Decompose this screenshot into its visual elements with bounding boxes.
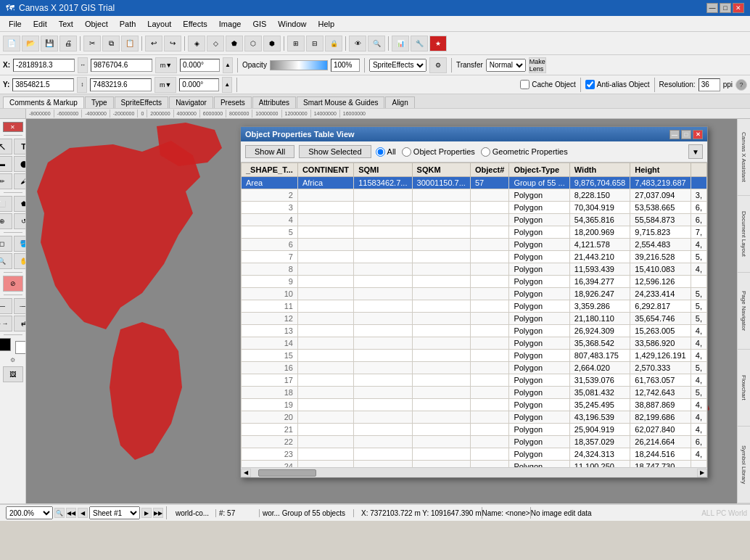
menu-object[interactable]: Object [79,18,114,30]
tab-spriteeffects[interactable]: SpriteEffects [115,96,169,108]
x-input[interactable] [13,59,75,72]
dialog-title-bar[interactable]: Object Properties Table View — □ ✕ [241,127,707,141]
no-tool[interactable]: ⊘ [3,276,23,292]
table-row[interactable]: 11Polygon3,359.2866,292.8175, [242,300,707,313]
radio-geometric-input[interactable] [481,147,490,157]
tb-extra[interactable]: ★ [429,36,447,52]
polygon-tool[interactable]: ⬟ [14,196,27,212]
tb-zoom[interactable]: 🔍 [368,36,385,52]
tb-chart[interactable]: 📊 [392,36,409,52]
tab-smartmouse[interactable]: Smart Mouse & Guides [297,96,384,108]
tb-redo[interactable]: ↪ [164,36,181,52]
bg-color[interactable] [15,341,27,354]
tb-save[interactable]: 💾 [41,36,58,52]
y-input[interactable] [12,78,74,91]
x-arrow[interactable]: ↔ [78,57,88,73]
tab-type[interactable]: Type [85,96,114,108]
prev-sheet[interactable]: ◀ [78,508,88,518]
tb-open[interactable]: 📂 [22,36,39,52]
close-button[interactable]: ✕ [733,3,744,13]
hand-tool[interactable]: ✋ [14,253,27,269]
table-row[interactable]: 19Polygon35,245.49538,887.8694, [242,399,707,411]
text-tool[interactable]: T [14,139,27,155]
lasso-tool[interactable]: ⬜ [0,196,12,212]
canvas-area[interactable]: Object Properties Table View — □ ✕ Show … [26,119,737,503]
arrow-tool1[interactable]: ←→ [0,316,12,332]
radio-object-input[interactable] [402,147,411,157]
next-page[interactable]: ▶▶ [153,508,163,518]
ellipse-tool[interactable]: ⬤ [14,156,27,172]
opacity-input[interactable] [331,59,360,72]
minimize-button[interactable]: — [706,3,718,13]
tb-shape3[interactable]: ⬟ [226,36,243,52]
tb-undo[interactable]: ↩ [145,36,162,52]
fg-color[interactable] [0,338,11,351]
table-row[interactable]: 2Polygon8,228.15027,037.0943, [242,189,707,202]
tb-copy[interactable]: ⧉ [102,36,120,52]
show-selected-button[interactable]: Show Selected [299,145,371,158]
unit-selector2[interactable]: m▼ [154,77,176,93]
tb-shape4[interactable]: ⬡ [244,36,262,52]
panel-symbol-library[interactable]: Symbol Library [738,427,750,503]
antialias-checkbox[interactable] [585,80,595,89]
tb-tools[interactable]: 🔧 [411,36,428,52]
tab-attributes[interactable]: Attributes [252,96,296,108]
maximize-button[interactable]: □ [720,3,731,13]
table-container[interactable]: _SHAPE_T... CONTINENT SQMI SQKM Object# … [241,162,707,467]
hscroll-thumb[interactable] [258,469,316,477]
sheet-select[interactable]: Sheet #1 [89,506,140,519]
radio-geometric[interactable]: Geometric Properties [481,147,568,157]
col-sqkm[interactable]: SQKM [412,163,470,177]
brush-tool[interactable]: 🖌 [14,173,27,189]
angle1-input[interactable] [180,59,220,72]
image-tool[interactable]: 🖼 [3,366,23,382]
y-arrow[interactable]: ↕ [77,77,87,93]
panel-flowchart[interactable]: Flowchart [738,350,750,427]
select-tool[interactable]: ↖ [0,139,12,155]
panel-document-layout[interactable]: Document Layout [738,196,750,273]
resolution-input[interactable] [699,78,720,91]
make-lens-btn[interactable]: Make Lens [529,57,546,73]
opacity-slider[interactable] [270,60,328,70]
table-row[interactable]: 20Polygon43,196.53982,199.6864, [242,411,707,424]
table-row[interactable]: 22Polygon18,357.02926,214.6646, [242,436,707,448]
rotate-tool[interactable]: ↺ [14,213,27,229]
table-row[interactable]: 7Polygon21,443.21039,216.5285, [242,251,707,263]
table-row[interactable]: 16Polygon2,664.0202,570.3335, [242,362,707,374]
next-sheet[interactable]: ▶ [141,508,152,518]
menu-layout[interactable]: Layout [141,18,177,30]
unit-selector[interactable]: m▼ [155,57,177,73]
radio-object[interactable]: Object Properties [402,147,475,157]
eraser-tool[interactable]: ◻ [0,236,12,252]
tb-grid[interactable]: ⊞ [287,36,305,52]
table-row[interactable]: 10Polygon18,926.24724,233.4145, [242,288,707,300]
menu-help[interactable]: Help [312,18,340,30]
table-row[interactable]: 23Polygon24,324.31318,244.5164, [242,448,707,461]
tab-align[interactable]: Align [385,96,414,108]
tab-navigator[interactable]: Navigator [169,96,213,108]
col-type[interactable]: Object-Type [509,163,569,177]
col-continent[interactable]: CONTINENT [297,163,353,177]
transfer-select[interactable]: Normal [486,59,526,72]
table-row[interactable]: 8Polygon11,593.43915,410.0834, [242,263,707,276]
table-row[interactable]: 3Polygon70,304.91953,538.6656, [242,202,707,214]
help-btn[interactable]: ? [735,79,747,91]
zoom-tool[interactable]: 🔍 [0,253,12,269]
col-shape[interactable]: _SHAPE_T... [242,163,298,177]
effects-select[interactable]: SpriteEffects [369,59,426,72]
table-row[interactable]: 5Polygon18,200.9699,715.8237, [242,226,707,239]
table-row[interactable]: 14Polygon35,368.54233,586.9204, [242,337,707,350]
dialog-minimize[interactable]: — [669,130,680,139]
table-row[interactable]: 6Polygon4,121.5782,554.4834, [242,239,707,251]
table-row[interactable]: 17Polygon31,539.07661,763.0574, [242,374,707,387]
tb-paste[interactable]: 📋 [121,36,139,52]
menu-text[interactable]: Text [53,18,79,30]
angle1-adj[interactable]: ▲ [223,57,233,73]
dialog-hscroll[interactable]: ◀ ▶ [241,467,707,477]
col-extra[interactable] [691,163,706,177]
radio-all[interactable]: All [376,147,396,157]
toolbox-close[interactable]: ✕ [3,122,23,132]
width-input[interactable] [91,59,152,72]
tb-cut[interactable]: ✂ [83,36,101,52]
table-row[interactable]: 12Polygon21,180.11035,654.7465, [242,313,707,325]
